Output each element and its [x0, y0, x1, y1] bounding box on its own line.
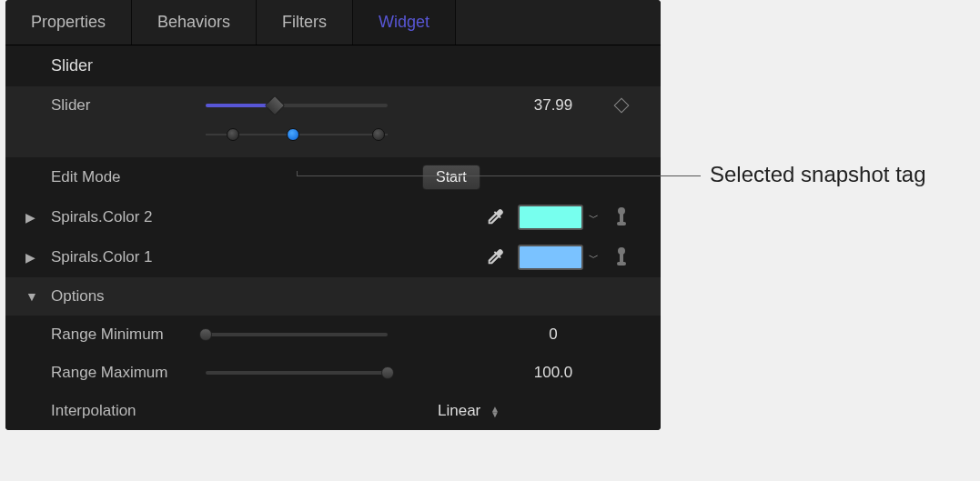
color-chevron-1[interactable]: ﹀ — [589, 251, 599, 265]
range-min-slider[interactable] — [206, 333, 388, 336]
disclosure-param-0[interactable]: ▶ — [25, 210, 35, 225]
tab-bar: Properties Behaviors Filters Widget — [5, 0, 661, 45]
color-chevron-0[interactable]: ﹀ — [589, 211, 599, 225]
range-min-label: Range Minimum — [51, 326, 206, 344]
slider-thumb[interactable] — [265, 95, 286, 116]
snapshot-tag-1[interactable] — [287, 128, 299, 141]
param-label-1: Spirals.Color 1 — [51, 248, 206, 266]
edit-mode-row: Edit Mode Start — [5, 157, 661, 197]
interpolation-value: Linear — [438, 402, 480, 419]
range-max-label: Range Maximum — [51, 364, 206, 382]
interpolation-row: Interpolation Linear ▲▼ — [5, 392, 661, 430]
param-row-1: ▶Spirals.Color 1﹀ — [5, 237, 661, 277]
range-max-thumb[interactable] — [381, 366, 394, 379]
color-well-0[interactable] — [518, 205, 583, 230]
interpolation-popup[interactable]: Linear ▲▼ — [438, 402, 500, 420]
snapshot-tag-2[interactable] — [372, 128, 385, 141]
edit-mode-label: Edit Mode — [51, 168, 206, 186]
options-label: Options — [51, 287, 206, 306]
tab-behaviors[interactable]: Behaviors — [132, 0, 257, 45]
slider-row: Slider 37.99 — [5, 86, 661, 125]
start-button[interactable]: Start — [422, 165, 480, 190]
interpolation-label: Interpolation — [51, 402, 206, 420]
snapshot-row — [5, 125, 661, 157]
range-max-row: Range Maximum 100.0 — [5, 354, 661, 392]
eyedropper-icon[interactable] — [485, 247, 505, 267]
eyedropper-icon[interactable] — [485, 207, 505, 227]
popup-caret-icon: ▲▼ — [490, 406, 500, 417]
joystick-1[interactable] — [599, 249, 644, 266]
callout-text: Selected snapshot tag — [710, 162, 926, 187]
range-min-thumb[interactable] — [199, 328, 212, 341]
tab-properties[interactable]: Properties — [5, 0, 132, 45]
slider-value[interactable]: 37.99 — [508, 96, 599, 115]
snapshot-tag-0[interactable] — [227, 128, 239, 141]
range-min-value[interactable]: 0 — [508, 326, 599, 344]
param-label-0: Spirals.Color 2 — [51, 208, 206, 226]
callout-line — [297, 175, 701, 176]
disclosure-options[interactable]: ▼ — [25, 289, 38, 304]
section-title: Slider — [5, 45, 661, 86]
keyframe-add[interactable] — [599, 100, 644, 111]
tab-widget[interactable]: Widget — [353, 0, 456, 45]
range-max-slider[interactable] — [206, 371, 388, 375]
disclosure-param-1[interactable]: ▶ — [25, 250, 35, 265]
inspector-panel: Properties Behaviors Filters Widget Slid… — [5, 0, 661, 430]
range-min-row: Range Minimum 0 — [5, 316, 661, 354]
range-max-value[interactable]: 100.0 — [508, 364, 599, 382]
tab-filters[interactable]: Filters — [257, 0, 353, 45]
joystick-0[interactable] — [599, 209, 644, 225]
slider-track[interactable] — [206, 104, 388, 107]
color-well-1[interactable] — [518, 245, 583, 270]
param-row-0: ▶Spirals.Color 2﹀ — [5, 197, 661, 237]
slider-label: Slider — [51, 96, 206, 115]
options-header-row: ▼ Options — [5, 277, 661, 316]
